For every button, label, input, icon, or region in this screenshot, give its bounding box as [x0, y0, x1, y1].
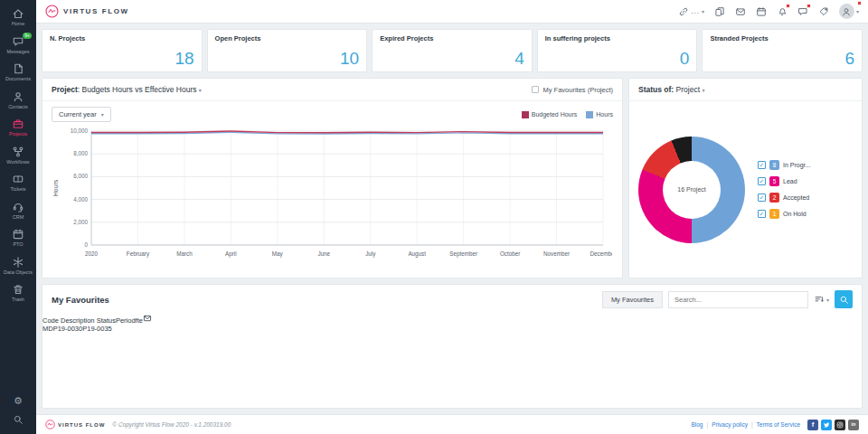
favourites-project-checkbox[interactable]: My Favourites (Project): [532, 86, 613, 94]
sidebar-item-pto[interactable]: PTO: [0, 223, 36, 251]
sidebar: HomeMessages9+DocumentsContactsProjectsW…: [0, 0, 36, 434]
link-icon: [678, 6, 689, 17]
svg-text:2020: 2020: [85, 250, 99, 257]
kpi-card-stranded-projects: Stranded Projects6: [702, 29, 863, 72]
sidebar-item-trash[interactable]: Trash: [0, 278, 36, 307]
sidebar-item-documents[interactable]: Documents: [0, 58, 36, 86]
calendar-shortcut[interactable]: [756, 6, 767, 17]
top-bar: VIRTUS FLOW ... ▾ ▾: [36, 0, 868, 24]
brand-name: VIRTUS FLOW: [63, 7, 129, 15]
svg-text:10,000: 10,000: [71, 127, 89, 134]
instagram-icon[interactable]: [835, 420, 845, 430]
sidebar-item-home[interactable]: Home: [0, 3, 36, 31]
status-legend-item-lead: ✓5Lead: [758, 176, 810, 186]
twitter-icon[interactable]: [821, 420, 832, 430]
svg-text:December: December: [590, 250, 612, 257]
chat-button[interactable]: [797, 6, 808, 17]
footer-link-terms-of-service[interactable]: Terms of Service: [757, 421, 800, 428]
count-badge: 1: [769, 209, 779, 219]
settings-gear-icon[interactable]: ⚙: [14, 396, 23, 406]
svg-text:0: 0: [84, 241, 88, 248]
kpi-label: Stranded Projects: [710, 34, 854, 42]
sidebar-item-tickets[interactable]: Tickets: [0, 168, 36, 196]
checkbox-checked-icon[interactable]: ✓: [758, 210, 766, 218]
footer-brand[interactable]: VIRTUS FLOW: [45, 420, 105, 429]
contacts-icon: [12, 90, 24, 103]
svg-text:6,000: 6,000: [73, 173, 88, 179]
status-donut-chart: 16 Project: [638, 137, 745, 243]
search-input[interactable]: [668, 291, 808, 308]
checkbox-checked-icon[interactable]: ✓: [758, 193, 766, 202]
svg-text:2,000: 2,000: [73, 219, 88, 225]
status-legend-item-on-hold: ✓1On Hold: [758, 209, 810, 219]
checkbox-checked-icon[interactable]: ✓: [758, 177, 766, 185]
sidebar-search-icon[interactable]: [13, 414, 24, 425]
calendar-icon: [756, 6, 767, 17]
svg-text:April: April: [225, 250, 237, 258]
unread-badge: 9+: [23, 33, 32, 39]
chevron-down-icon: ▾: [101, 111, 104, 118]
sidebar-item-workflows[interactable]: Workflows: [0, 141, 36, 169]
search-button[interactable]: [835, 290, 853, 308]
sidebar-bottom: ⚙: [13, 396, 24, 434]
my-favourites-tab[interactable]: My Favourites: [602, 291, 663, 308]
line-chart: 02,0004,0006,0008,00010,0002020FebruaryM…: [42, 122, 622, 272]
chevron-down-icon: ▾: [702, 8, 704, 14]
kpi-value: 18: [175, 50, 193, 67]
sort-button[interactable]: ▾: [814, 294, 829, 305]
svg-text:October: October: [500, 250, 520, 257]
svg-text:June: June: [317, 250, 330, 257]
pto-icon: [12, 228, 24, 241]
kpi-label: In suffering projects: [545, 34, 690, 42]
footer: VIRTUS FLOW © Copyright Virtus Flow 2020…: [36, 414, 868, 434]
documents-icon: [12, 62, 24, 75]
footer-link-blog[interactable]: Blog: [691, 421, 703, 428]
status-panel-title[interactable]: Status of: Project ▾: [638, 85, 704, 94]
sidebar-item-messages[interactable]: Messages9+: [0, 31, 36, 59]
checkbox-unchecked-icon: [532, 86, 539, 93]
top-icons: ... ▾ ▾: [678, 4, 859, 19]
kpi-value: 6: [844, 50, 854, 67]
tags-button[interactable]: [818, 6, 829, 17]
search-icon: [839, 295, 849, 305]
brand-logo[interactable]: VIRTUS FLOW: [45, 5, 129, 18]
donut-center-label: 16 Project: [663, 161, 721, 219]
chevron-down-icon: ▾: [856, 8, 859, 14]
kpi-label: Open Projects: [215, 34, 360, 42]
legend-item: Budgeted Hours: [522, 111, 578, 118]
range-select-button[interactable]: Current year ▾: [52, 107, 111, 122]
link-menu[interactable]: ... ▾: [678, 6, 704, 17]
user-menu[interactable]: ▾: [839, 4, 859, 19]
sidebar-item-data-objects[interactable]: Data Objects: [0, 251, 36, 279]
favourites-panel: My Favourites My Favourites ▾ Code Descr…: [42, 284, 863, 409]
documents-shortcut[interactable]: [714, 6, 725, 17]
kpi-card-expired-projects: Expired Projects4: [372, 29, 533, 72]
count-badge: 2: [769, 193, 779, 203]
kpi-label: Expired Projects: [380, 34, 524, 42]
svg-text:February: February: [127, 250, 150, 258]
mail-shortcut[interactable]: [735, 6, 746, 17]
project-panel-title[interactable]: Project: Budgets Hours vs Effective Hour…: [52, 85, 202, 94]
data-objects-icon: [12, 256, 24, 269]
virtus-flow-logo-icon: [45, 420, 55, 429]
document-icon: [714, 6, 725, 17]
kpi-card-open-projects: Open Projects10: [207, 29, 368, 72]
chart-legend: Budgeted HoursHours: [522, 111, 613, 118]
charts-row: Project: Budgets Hours vs Effective Hour…: [42, 78, 863, 278]
sidebar-item-contacts[interactable]: Contacts: [0, 86, 36, 114]
facebook-icon[interactable]: f: [807, 420, 818, 430]
notifications-button[interactable]: [777, 6, 788, 17]
trash-icon: [12, 283, 24, 296]
kpi-value: 10: [340, 50, 359, 67]
linkedin-icon[interactable]: in: [848, 420, 859, 430]
footer-link-privacy-policy[interactable]: Privacy policy: [712, 421, 748, 428]
notification-badge: [786, 4, 790, 8]
checkbox-checked-icon[interactable]: ✓: [758, 161, 766, 169]
sidebar-item-projects[interactable]: Projects: [0, 113, 36, 141]
table-header: Code Description StatusPeriodfte: [42, 314, 862, 325]
kpi-label: N. Projects: [50, 34, 194, 42]
status-panel: Status of: Project ▾ 16 Project ✓8In Pro…: [628, 78, 863, 278]
crm-icon: [12, 201, 24, 213]
chevron-down-icon: ▾: [826, 297, 829, 303]
sidebar-item-crm[interactable]: CRM: [0, 196, 36, 224]
